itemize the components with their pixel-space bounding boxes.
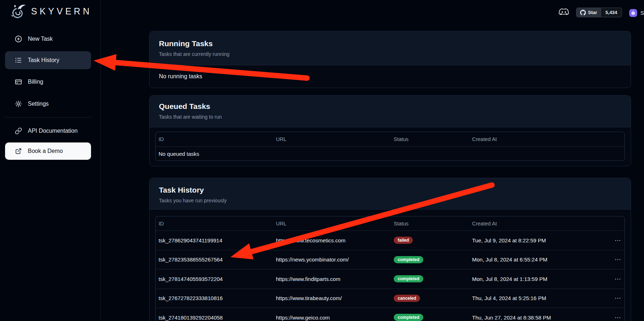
task-id: tsk_274180139292204058 — [159, 315, 276, 321]
card-title: Task History — [159, 186, 621, 194]
book-demo-button[interactable]: Book a Demo — [5, 142, 91, 160]
row-actions-button[interactable]: ⋯ — [611, 313, 624, 321]
column-header-url: URL — [276, 221, 394, 227]
table-row[interactable]: tsk_274180139292204058 https://www.geico… — [156, 308, 624, 321]
status-badge: canceled — [394, 295, 420, 302]
task-id: tsk_278235388555267564 — [159, 256, 276, 263]
sidebar: SKYVERN New Task Task History Billing — [0, 0, 101, 321]
sidebar-item-api-documentation[interactable]: API Documentation — [5, 122, 91, 140]
brand-name: SKYVERN — [31, 6, 92, 17]
task-created-at: Thu, Jul 4, 2024 at 5:25:16 PM — [472, 295, 608, 301]
task-id: tsk_278147405593572204 — [159, 276, 276, 282]
card-description: Tasks that are currently running — [159, 51, 621, 57]
sidebar-item-settings[interactable]: Settings — [5, 95, 91, 113]
user-avatar[interactable] — [629, 9, 637, 17]
github-icon — [580, 10, 586, 16]
queued-tasks-header: Queued Tasks Tasks that are waiting to r… — [150, 96, 631, 127]
sidebar-item-billing[interactable]: Billing — [5, 73, 91, 91]
task-history-card: Task History Tasks you have run previous… — [149, 178, 631, 321]
book-demo-label: Book a Demo — [28, 148, 63, 154]
empty-row: No queued tasks — [156, 146, 624, 160]
task-history-table: ID URL Status Created At tsk_27862904374… — [155, 216, 625, 321]
task-history-header: Task History Tasks you have run previous… — [150, 178, 631, 210]
task-url: https://www.finditparts.com — [276, 276, 394, 282]
task-url: https://www.tirabeauty.com/ — [276, 295, 394, 301]
gear-icon — [14, 100, 22, 108]
queued-tasks-card: Queued Tasks Tasks that are waiting to r… — [149, 95, 631, 166]
row-actions-button[interactable]: ⋯ — [611, 255, 624, 264]
task-created-at: Mon, Jul 8, 2024 at 1:13:59 PM — [472, 276, 608, 282]
sidebar-item-label: API Documentation — [28, 128, 78, 134]
column-header-id: ID — [159, 136, 276, 142]
table-row[interactable]: tsk_278235388555267564 https://news.ycom… — [156, 250, 624, 269]
credit-card-icon — [14, 78, 22, 86]
table-row[interactable]: tsk_276727822333810816 https://www.tirab… — [156, 289, 624, 308]
sidebar-item-new-task[interactable]: New Task — [5, 30, 91, 48]
status-badge: completed — [394, 275, 423, 282]
task-id: tsk_278629043741199914 — [159, 237, 276, 243]
status-badge: failed — [394, 237, 413, 244]
table-row[interactable]: tsk_278147405593572204 https://www.findi… — [156, 269, 624, 289]
link-icon — [14, 127, 22, 135]
running-tasks-empty: No running tasks — [150, 65, 631, 88]
sidebar-item-label: Billing — [28, 79, 43, 85]
card-description: Tasks you have run previously — [159, 198, 621, 203]
row-actions-button[interactable]: ⋯ — [611, 274, 624, 283]
task-created-at: Mon, Jul 8, 2024 at 6:55:24 PM — [472, 256, 608, 263]
row-actions-button[interactable]: ⋯ — [611, 236, 624, 245]
task-url: https://www.tecosmetics.com — [276, 237, 394, 243]
list-icon — [14, 56, 22, 64]
sidebar-item-label: Settings — [28, 101, 49, 107]
discord-icon — [558, 7, 569, 16]
card-title: Running Tasks — [159, 39, 621, 48]
external-link-icon — [14, 147, 22, 155]
github-star-button[interactable]: Star 5,434 — [576, 8, 622, 17]
column-header-created-at: Created At — [472, 136, 608, 142]
user-name-label: Sk — [640, 10, 644, 16]
column-header-created-at: Created At — [472, 221, 608, 227]
task-url: https://news.ycombinator.com/ — [276, 256, 394, 263]
running-tasks-header: Running Tasks Tasks that are currently r… — [150, 31, 631, 65]
card-title: Queued Tasks — [159, 102, 621, 111]
github-star-label: Star — [588, 10, 597, 15]
sidebar-divider — [5, 117, 91, 118]
status-badge: completed — [394, 314, 423, 321]
sidebar-item-task-history[interactable]: Task History — [5, 51, 91, 69]
task-created-at: Thu, Jun 27, 2024 at 8:38:58 PM — [472, 315, 608, 321]
column-header-id: ID — [159, 221, 276, 227]
running-tasks-card: Running Tasks Tasks that are currently r… — [149, 31, 631, 88]
table-header-row: ID URL Status Created At — [156, 132, 624, 146]
robot-icon — [630, 10, 636, 16]
plus-circle-icon — [14, 35, 22, 43]
queued-tasks-empty: No queued tasks — [159, 151, 625, 157]
table-row[interactable]: tsk_278629043741199914 https://www.tecos… — [156, 230, 624, 250]
sidebar-item-label: Task History — [28, 57, 59, 63]
task-id: tsk_276727822333810816 — [159, 295, 276, 301]
queued-tasks-table: ID URL Status Created At No queued tasks — [155, 132, 625, 161]
column-header-url: URL — [276, 136, 394, 142]
github-star-count: 5,434 — [601, 8, 622, 17]
dragon-logo-icon — [9, 2, 27, 20]
task-url: https://www.geico.com — [276, 315, 394, 321]
card-description: Tasks that are waiting to run — [159, 114, 621, 120]
table-header-row: ID URL Status Created At — [156, 216, 624, 230]
column-header-status: Status — [394, 136, 472, 142]
sidebar-item-label: New Task — [28, 36, 53, 42]
brand-logo[interactable]: SKYVERN — [9, 2, 92, 20]
column-header-status: Status — [394, 221, 472, 227]
row-actions-button[interactable]: ⋯ — [611, 294, 624, 303]
discord-button[interactable] — [557, 5, 570, 18]
status-badge: completed — [394, 256, 423, 263]
task-created-at: Tue, Jul 9, 2024 at 8:22:59 PM — [472, 237, 608, 243]
